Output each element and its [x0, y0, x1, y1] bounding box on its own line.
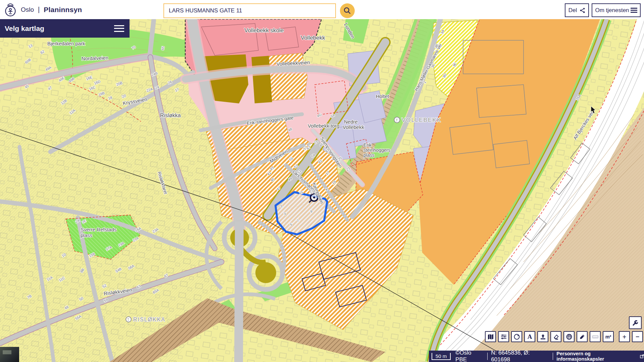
svg-text:VOLLEBEKK: VOLLEBEKK — [402, 117, 441, 123]
draw-button[interactable] — [577, 331, 588, 342]
svg-text:Vollebekk: Vollebekk — [301, 35, 325, 41]
globe-icon — [566, 333, 573, 340]
upload-button[interactable] — [537, 331, 548, 342]
upload-icon — [540, 333, 546, 340]
share-button-label: Del — [568, 7, 577, 14]
external-link-icon — [640, 354, 644, 358]
map-tools-wrench-button[interactable] — [629, 316, 642, 329]
svg-text:65: 65 — [160, 46, 165, 51]
layers-panel-title: Velg kartlag — [5, 25, 44, 33]
brand-separator: | — [38, 6, 40, 13]
page-title: Planinnsyn — [44, 6, 82, 14]
search-icon — [343, 6, 352, 15]
svg-text:RISLØKKA: RISLØKKA — [133, 317, 165, 322]
about-service-button[interactable]: Om tjenesten — [592, 3, 641, 17]
layer-settings-button[interactable] — [498, 331, 509, 342]
share-icon — [580, 7, 585, 13]
map-toolbar: A — [485, 331, 644, 342]
eraser-icon — [553, 333, 559, 340]
about-button-label: Om tjenesten — [595, 7, 629, 14]
svg-text:steinhoggers: steinhoggers — [363, 147, 390, 153]
ruler-icon — [592, 333, 599, 340]
coordinates: N: 6645836, Ø: 601698 — [491, 350, 549, 362]
circle-icon — [513, 333, 520, 340]
planinnsyn-app: Vollebekk skoleVollebekkVollebekkveienLu… — [0, 0, 644, 362]
brand-city: Oslo — [21, 6, 34, 13]
menu-icon — [631, 7, 637, 14]
oslo-crest-icon — [3, 2, 17, 17]
app-header: Oslo | Planinnsyn Del Om tjenesten — [0, 0, 644, 19]
search-button[interactable] — [340, 3, 355, 18]
svg-text:Risløkka: Risløkka — [160, 112, 181, 118]
scale-label: 50 m — [436, 353, 447, 359]
layers-panel-header[interactable]: Velg kartlag — [0, 19, 130, 38]
divider — [553, 353, 553, 360]
area-label: m² — [605, 334, 611, 340]
copyright: ©Oslo PBE — [455, 350, 484, 362]
opacity-button[interactable] — [511, 331, 522, 342]
svg-text:Vollebekk torg: Vollebekk torg — [308, 123, 339, 129]
privacy-link-label: Personvern og informasjonskapsler — [556, 351, 638, 362]
zoom-out-button[interactable]: − — [632, 331, 643, 342]
text-label-button[interactable]: A — [524, 331, 535, 342]
map-canvas[interactable]: Vollebekk skoleVollebekkVollebekkveienLu… — [0, 0, 644, 362]
search-input[interactable] — [163, 3, 336, 18]
area-button[interactable]: m² — [603, 331, 614, 342]
share-button[interactable]: Del — [565, 3, 589, 17]
sliders-icon — [500, 333, 507, 340]
scale-bar: 50 m — [432, 353, 451, 360]
status-bar: 50 m ©Oslo PBE N: 6645836, Ø: 601698 Per… — [429, 351, 644, 362]
svg-text:Sverre Refstads: Sverre Refstads — [81, 227, 117, 232]
plus-icon: + — [623, 333, 626, 341]
svg-text:T: T — [396, 118, 398, 122]
svg-text:Vollebekk: Vollebekk — [343, 124, 364, 130]
globe-button[interactable] — [563, 331, 575, 342]
zoom-in-button[interactable]: + — [619, 331, 630, 342]
svg-text:Nedre: Nedre — [344, 119, 358, 125]
divider — [487, 353, 488, 360]
measure-button[interactable] — [590, 331, 601, 342]
minus-icon: − — [636, 333, 639, 341]
svg-text:T: T — [127, 318, 129, 322]
svg-text:plass: plass — [363, 152, 375, 158]
svg-text:Nordalveien: Nordalveien — [82, 55, 109, 61]
brand: Oslo | Planinnsyn — [3, 2, 82, 17]
map-preview-thumbnail[interactable] — [0, 347, 19, 362]
layers-menu-icon[interactable] — [114, 23, 124, 34]
eraser-button[interactable] — [550, 331, 561, 342]
letter-a-icon: A — [528, 333, 532, 341]
svg-text:Vollebekk skole: Vollebekk skole — [244, 27, 284, 34]
pencil-icon — [579, 333, 586, 340]
privacy-link[interactable]: Personvern og informasjonskapsler — [556, 351, 644, 362]
svg-text:Erik: Erik — [363, 142, 372, 148]
map-icon — [487, 333, 494, 340]
svg-text:Holtet: Holtet — [376, 93, 389, 99]
wrench-icon — [632, 319, 639, 326]
basemap-button[interactable] — [485, 331, 496, 342]
svg-text:plass: plass — [81, 232, 92, 238]
svg-text:Bjerkedalen park: Bjerkedalen park — [47, 41, 85, 46]
